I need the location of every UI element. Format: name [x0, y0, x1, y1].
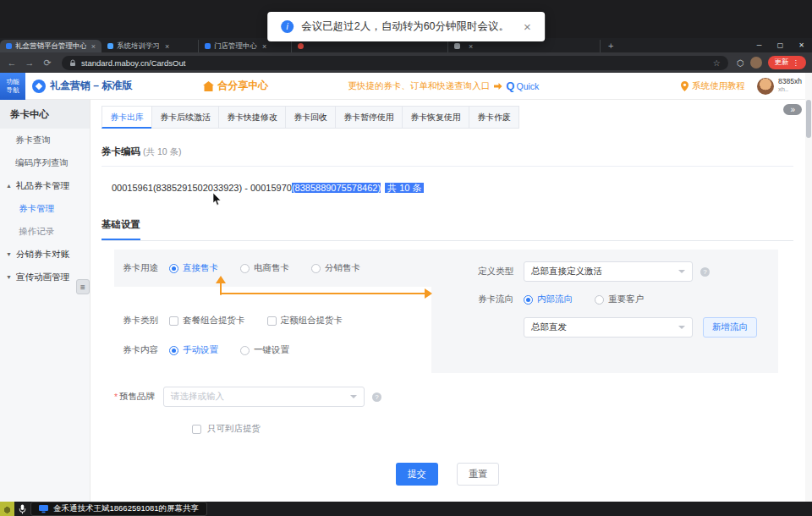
help-icon[interactable]: ? [700, 267, 710, 277]
address-bar[interactable]: standard.maboy.cn/CardsOut ☆ [62, 56, 728, 70]
radio-icon [311, 264, 321, 273]
share-status-text: 金禾通技术王斌18662591081的屏幕共享 [53, 503, 199, 514]
brand-logo-icon [32, 80, 46, 93]
checkbox-icon [267, 316, 277, 326]
radio-ecommerce-sale[interactable]: 电商售卡 [240, 262, 289, 274]
close-window-icon[interactable]: ✕ [791, 41, 812, 49]
checkbox-store-pickup-only[interactable]: 只可到店提货 [192, 423, 793, 435]
quick-link[interactable]: Q Quick [506, 80, 539, 92]
share-center-link[interactable]: 合分享中心 [203, 79, 268, 93]
chevron-up-icon: ▲ [6, 183, 12, 189]
sidebar-section-gift-card-management[interactable]: ▲ 礼品券卡管理 [0, 174, 90, 197]
card-action-tabs: 券卡出库 券卡后续激活 券卡快捷修改 券卡回收 券卡暂停使用 券卡恢复使用 券卡… [102, 106, 793, 129]
codes-text: 00015961(8385291502033923) - 00015970 [112, 183, 292, 193]
app-header: 功能 导航 礼盒营销 – 标准版 合分享中心 更快捷的券卡、订单和快递查询入口 … [0, 73, 812, 100]
user-info[interactable]: 8385xh xh.. [778, 78, 802, 93]
sidebar-item-operation-log[interactable]: 操作记录 [0, 220, 90, 243]
user-avatar[interactable] [757, 78, 774, 95]
promo-link[interactable]: 更快捷的券卡、订单和快递查询入口 [348, 80, 490, 92]
form-right-panel: 定义类型 总部直接定义激活 ? 券卡流向 内部流向 [431, 250, 778, 373]
help-icon[interactable]: ? [372, 392, 381, 402]
tab-card-recycle[interactable]: 券卡回收 [285, 106, 336, 129]
brand: 礼盒营销 – 标准版 [32, 79, 132, 93]
app-body: 券卡中心 券卡查询 编码序列查询 ▲ 礼品券卡管理 券卡管理 操作记录 ▼ 分销… [0, 100, 812, 502]
page-scrollbar[interactable] [805, 73, 812, 502]
house-icon [203, 81, 214, 91]
submit-button[interactable]: 提交 [396, 463, 438, 486]
radio-direct-sale[interactable]: 直接售卡 [169, 262, 218, 274]
chevron-down-icon [678, 270, 685, 273]
codes-count-badge: 共 10 条 [385, 183, 424, 193]
microphone-icon[interactable] [19, 504, 26, 514]
forward-icon[interactable]: → [24, 58, 36, 68]
reload-icon[interactable]: ⟳ [41, 58, 53, 69]
function-nav-button[interactable]: 功能 导航 [0, 73, 25, 100]
maximize-icon[interactable]: ▢ [770, 41, 791, 49]
usage-row-highlight: 券卡用途 直接售卡 电商售卡 分销售卡 [114, 250, 431, 287]
radio-selected-icon [524, 295, 533, 305]
window-controls: ─ ▢ ✕ [749, 38, 812, 52]
screen-icon [39, 505, 48, 513]
radio-distribution-sale[interactable]: 分销售卡 [311, 262, 360, 274]
tab-close-icon[interactable]: × [469, 42, 473, 51]
content-label: 券卡内容 [123, 344, 169, 356]
radio-one-click-setup[interactable]: 一键设置 [240, 344, 289, 356]
bookmark-star-icon[interactable]: ☆ [713, 58, 721, 68]
browser-profile-avatar[interactable] [750, 57, 762, 69]
collapse-panel-icon[interactable]: » [783, 104, 802, 115]
brand-title: 礼盒营销 – 标准版 [50, 79, 132, 93]
settings-tab[interactable]: 基础设置 [102, 218, 140, 240]
flow-select[interactable]: 总部直发 [524, 317, 693, 338]
share-user-avatar [0, 502, 14, 516]
tab-card-pause[interactable]: 券卡暂停使用 [335, 106, 403, 129]
sidebar-toggle-icon[interactable]: ≡ [76, 279, 90, 294]
presale-brand-select[interactable]: 请选择或输入 [163, 387, 365, 407]
tab-card-activation[interactable]: 券卡后续激活 [151, 106, 219, 129]
checkbox-icon [192, 425, 201, 434]
tab-card-quick-edit[interactable]: 券卡快捷修改 [218, 106, 286, 129]
sidebar-section-distribution-reconciliation[interactable]: ▼ 分销券卡对账 [0, 243, 90, 266]
tab-card-void[interactable]: 券卡作废 [469, 106, 519, 129]
tab-card-outbound[interactable]: 券卡出库 [102, 106, 152, 129]
minimize-icon[interactable]: ─ [749, 41, 770, 49]
browser-tab-5[interactable]: × [448, 40, 601, 52]
radio-internal-flow[interactable]: 内部流向 [524, 294, 573, 305]
chrome-update-button[interactable]: 更新 ⋮ [768, 56, 807, 69]
tab-close-icon[interactable]: × [262, 42, 266, 51]
sidebar-item-card-management[interactable]: 券卡管理 [0, 197, 90, 220]
browser-tab-3[interactable]: 门店管理中心 × [199, 40, 292, 52]
tab-card-resume[interactable]: 券卡恢复使用 [402, 106, 469, 129]
tab-close-icon[interactable]: × [91, 42, 96, 51]
tutorial-link[interactable]: 系统使用教程 [681, 80, 745, 92]
browser-tab-4[interactable] [292, 40, 448, 52]
radio-manual-setup[interactable]: 手动设置 [169, 344, 218, 356]
checkbox-combo-pickup-card[interactable]: 套餐组合提货卡 [169, 315, 245, 327]
browser-tab-1[interactable]: 礼盒营销平台管理中心 × [0, 40, 102, 52]
extensions-icon[interactable]: ⬡ [737, 58, 744, 68]
favicon [298, 43, 304, 49]
sidebar-item-card-search[interactable]: 券卡查询 [0, 129, 90, 151]
radio-important-customer[interactable]: 重要客户 [595, 294, 644, 305]
define-type-label: 定义类型 [450, 266, 513, 277]
back-icon[interactable]: ← [6, 58, 18, 68]
usage-label: 券卡用途 [123, 262, 169, 274]
divider [102, 240, 793, 241]
required-asterisk: * [114, 392, 118, 402]
share-status-pill[interactable]: 金禾通技术王斌18662591081的屏幕共享 [30, 502, 207, 516]
add-flow-button[interactable]: 新增流向 [703, 317, 757, 338]
define-type-select[interactable]: 总部直接定义激活 [524, 261, 693, 282]
radio-icon [595, 295, 604, 305]
tab-close-icon[interactable]: × [165, 42, 169, 51]
scrollbar-thumb[interactable] [806, 100, 811, 138]
checkbox-fixed-amount-card[interactable]: 定额组合提货卡 [267, 315, 343, 327]
browser-tab-2[interactable]: 系统培训学习 × [102, 40, 199, 52]
screen-share-bar: 金禾通技术王斌18662591081的屏幕共享 [0, 502, 207, 516]
menu-dots-icon: ⋮ [793, 58, 800, 67]
presale-brand-row: * 预售品牌 请选择或输入 ? [114, 387, 793, 407]
sidebar-item-code-sequence-search[interactable]: 编码序列查询 [0, 151, 90, 174]
sidebar: 券卡中心 券卡查询 编码序列查询 ▲ 礼品券卡管理 券卡管理 操作记录 ▼ 分销… [0, 100, 91, 502]
reset-button[interactable]: 重置 [457, 463, 499, 486]
toast-close-icon[interactable]: × [524, 19, 531, 34]
radio-icon [240, 264, 250, 273]
new-tab-button[interactable]: + [601, 40, 621, 52]
